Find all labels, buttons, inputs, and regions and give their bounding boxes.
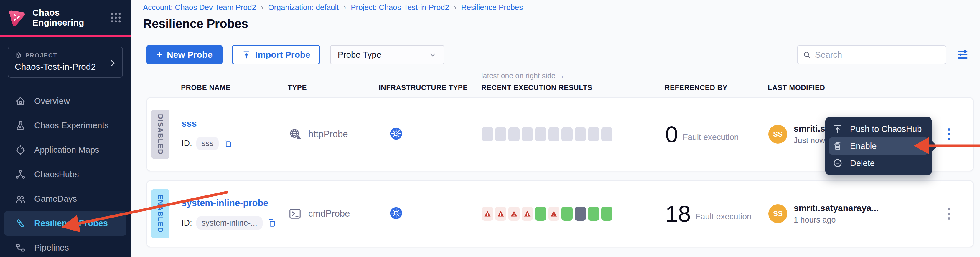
copy-id-button[interactable] xyxy=(223,139,232,148)
probe-type-label: httpProbe xyxy=(308,129,348,140)
execution-result-passed xyxy=(601,207,612,221)
sidebar-item-chaoshubs[interactable]: ChaosHubs xyxy=(0,162,130,187)
probe-type-cell: httpProbe xyxy=(288,127,379,141)
copy-icon xyxy=(223,139,232,148)
execution-result-failed xyxy=(548,207,559,221)
search-box xyxy=(797,45,947,64)
probe-id-value: system-inline-... xyxy=(196,216,262,230)
row-menu-button[interactable] xyxy=(942,205,956,222)
column-header-last-modified: LAST MODIFIED xyxy=(768,84,939,92)
execution-result-passed xyxy=(588,207,599,221)
status-badge: DISABLED xyxy=(151,109,169,159)
execution-result-failed xyxy=(482,207,493,221)
execution-result-empty xyxy=(495,127,506,141)
project-selector[interactable]: PROJECT Chaos-Test-in-Prod2 xyxy=(8,46,123,78)
breadcrumb-org-link[interactable]: Organization: default xyxy=(268,3,339,12)
breadcrumb-project-link[interactable]: Project: Chaos-Test-in-Prod2 xyxy=(351,3,449,12)
copy-icon xyxy=(267,218,276,228)
terminal-icon xyxy=(288,207,302,221)
brand-divider xyxy=(0,35,130,36)
execution-result-failed xyxy=(508,207,520,221)
probe-icon xyxy=(15,218,26,229)
sidebar-item-overview[interactable]: Overview xyxy=(0,89,130,113)
breadcrumb: Account: Chaos Dev Team Prod2 › Organiza… xyxy=(143,3,968,12)
menu-item-push-to-chaoshub[interactable]: Push to ChaosHub xyxy=(825,121,932,138)
execution-result-empty xyxy=(522,127,533,141)
breadcrumb-current-page[interactable]: Resilience Probes xyxy=(461,3,523,12)
sidebar-item-gamedays[interactable]: GameDays xyxy=(0,187,130,211)
chaos-logo-icon xyxy=(8,8,26,27)
home-icon xyxy=(15,96,26,107)
referenced-by-cell: 18 Fault execution xyxy=(665,200,768,227)
column-header-infrastructure-type: INFRASTRUCTURE TYPE xyxy=(379,84,481,92)
probe-type-cell: cmdProbe xyxy=(288,207,379,221)
referenced-count: 18 xyxy=(665,200,691,227)
execution-result-passed xyxy=(535,207,546,221)
push-up-icon xyxy=(832,124,843,134)
app-title: Chaos Engineering xyxy=(32,8,103,28)
kubernetes-icon xyxy=(389,206,403,220)
new-probe-button[interactable]: + New Probe xyxy=(146,45,223,65)
modified-time: 1 hours ago xyxy=(794,216,879,225)
modified-by: smriti.satyanaraya... xyxy=(794,203,879,213)
chevron-down-icon xyxy=(428,51,437,59)
sidebar-item-chaos-experiments[interactable]: Chaos Experiments xyxy=(0,113,130,138)
search-input[interactable] xyxy=(815,50,940,60)
main-content: Account: Chaos Dev Team Prod2 › Organiza… xyxy=(131,0,980,257)
table-row: ENABLED system-inline-probe ID: system-i… xyxy=(146,180,974,247)
probe-name-link[interactable]: sss xyxy=(181,118,197,128)
page-header: Account: Chaos Dev Team Prod2 › Organiza… xyxy=(131,0,980,36)
probe-name-cell: system-inline-probe ID: system-inline-..… xyxy=(175,198,288,230)
sidebar-item-label: Overview xyxy=(34,96,70,106)
toolbar: + New Probe Import Probe Probe Type xyxy=(146,45,971,65)
circle-minus-icon xyxy=(832,158,843,168)
infrastructure-cell xyxy=(379,206,482,221)
globe-warning-icon xyxy=(288,127,302,141)
referenced-count: 0 xyxy=(665,121,678,148)
execution-result-empty xyxy=(575,127,586,141)
module-grid-icon[interactable] xyxy=(109,11,123,24)
sidebar-nav: Overview Chaos Experiments Application M… xyxy=(0,89,130,257)
filter-sliders-icon xyxy=(955,47,970,62)
breadcrumb-account-link[interactable]: Account: Chaos Dev Team Prod2 xyxy=(143,3,256,12)
execution-results xyxy=(482,127,665,141)
sidebar-item-resilience-probes[interactable]: Resilience Probes xyxy=(4,211,126,235)
hub-icon xyxy=(15,169,26,180)
sidebar-item-label: GameDays xyxy=(34,194,77,204)
column-header-recent-execution-results: RECENT EXECUTION RESULTS xyxy=(481,84,665,92)
trash-icon xyxy=(832,141,843,151)
execution-result-empty xyxy=(588,127,599,141)
row-menu-button[interactable] xyxy=(942,125,956,143)
execution-result-empty xyxy=(535,127,546,141)
sidebar-item-label: Application Maps xyxy=(34,145,99,155)
filter-button[interactable] xyxy=(955,46,971,63)
last-modified-cell: SS smriti.satyanaraya... 1 hours ago xyxy=(768,203,939,225)
sidebar-item-pipelines[interactable]: Pipelines xyxy=(0,235,130,257)
infrastructure-cell xyxy=(379,127,482,141)
flask-icon xyxy=(15,120,26,131)
breadcrumb-separator: › xyxy=(261,3,264,12)
menu-item-delete[interactable]: Delete xyxy=(825,155,932,171)
probe-name-cell: sss ID: sss xyxy=(175,118,288,151)
kubernetes-icon xyxy=(389,127,403,140)
sidebar-item-label: Chaos Experiments xyxy=(34,121,109,130)
sidebar-item-label: Pipelines xyxy=(34,243,69,252)
execution-results xyxy=(482,207,665,221)
table-header: PROBE NAME TYPE INFRASTRUCTURE TYPE late… xyxy=(146,71,974,92)
status-badge: ENABLED xyxy=(151,189,169,238)
brand: Chaos Engineering xyxy=(0,0,130,35)
search-icon xyxy=(803,50,811,59)
latest-note: latest one on right side → xyxy=(481,71,665,80)
import-probe-button[interactable]: Import Probe xyxy=(232,45,320,65)
sidebar-item-application-maps[interactable]: Application Maps xyxy=(0,138,130,162)
app-root: Chaos Engineering PROJECT Chaos-Test-in-… xyxy=(0,0,980,257)
import-icon xyxy=(242,50,251,59)
probe-type-dropdown[interactable]: Probe Type xyxy=(330,45,444,65)
probe-id-value: sss xyxy=(196,136,219,151)
copy-id-button[interactable] xyxy=(267,218,276,228)
probe-name-link[interactable]: system-inline-probe xyxy=(181,198,269,208)
row-context-menu: Push to ChaosHub Enable Delete xyxy=(825,117,932,175)
menu-item-enable[interactable]: Enable xyxy=(829,138,928,155)
execution-result-empty xyxy=(548,127,559,141)
execution-result-failed xyxy=(522,207,533,221)
